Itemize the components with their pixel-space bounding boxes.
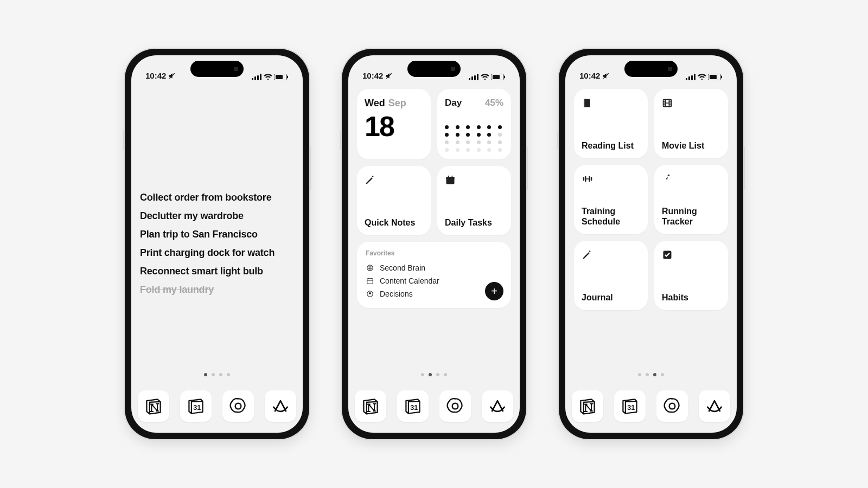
app-notion[interactable] bbox=[572, 390, 603, 422]
task-item[interactable]: Print charging dock for watch bbox=[140, 247, 294, 259]
svg-rect-39 bbox=[585, 176, 586, 182]
home-screen-2: 10:42 WedSep 18 Day bbox=[348, 55, 520, 433]
calendar-dow: Wed bbox=[365, 98, 385, 109]
wifi-icon bbox=[698, 74, 706, 80]
home-screen-3: 10:42 Reading List Movie List bbox=[565, 55, 737, 433]
wifi-icon bbox=[264, 74, 272, 80]
page-indicator[interactable] bbox=[348, 373, 520, 376]
svg-rect-34 bbox=[721, 76, 722, 79]
task-list-widget[interactable]: Collect order from bookstore Declutter m… bbox=[140, 192, 294, 296]
svg-rect-13 bbox=[474, 75, 476, 80]
phone-mockup-3: 10:42 Reading List Movie List bbox=[559, 49, 743, 439]
home-screen-1: 10:42 Collect order from bookstore Declu… bbox=[131, 55, 303, 433]
favorite-item[interactable]: Content Calendar bbox=[366, 274, 502, 287]
journal-widget[interactable]: Journal bbox=[574, 241, 648, 310]
app-openai[interactable] bbox=[656, 390, 688, 422]
mute-icon bbox=[168, 72, 176, 80]
brain-icon bbox=[366, 264, 374, 272]
svg-text:31: 31 bbox=[410, 404, 418, 412]
training-widget[interactable]: Training Schedule bbox=[574, 165, 648, 234]
signal-icon bbox=[469, 74, 478, 80]
svg-rect-12 bbox=[471, 76, 473, 80]
favorite-item[interactable]: Decisions bbox=[366, 287, 502, 300]
widget-label: Running Tracker bbox=[662, 207, 720, 227]
app-calendar[interactable]: 31 bbox=[397, 390, 429, 422]
app-calendar[interactable]: 31 bbox=[180, 390, 212, 422]
habits-widget[interactable]: Habits bbox=[654, 241, 728, 310]
runner-icon bbox=[662, 174, 720, 188]
svg-rect-11 bbox=[469, 78, 470, 80]
svg-rect-31 bbox=[694, 74, 695, 80]
app-openai[interactable] bbox=[439, 390, 471, 422]
day-progress-widget[interactable]: Day 45% bbox=[437, 89, 511, 159]
battery-icon bbox=[709, 74, 723, 80]
dock: 31 bbox=[348, 390, 520, 422]
svg-rect-23 bbox=[367, 279, 373, 284]
quick-notes-widget[interactable]: Quick Notes bbox=[357, 166, 431, 235]
svg-point-42 bbox=[668, 175, 669, 176]
favorite-item[interactable]: Second Brain bbox=[366, 261, 502, 274]
running-widget[interactable]: Running Tracker bbox=[654, 165, 728, 234]
app-notion[interactable] bbox=[355, 390, 386, 422]
movie-list-widget[interactable]: Movie List bbox=[654, 89, 728, 158]
favorite-label: Decisions bbox=[380, 290, 413, 298]
task-item[interactable]: Declutter my wardrobe bbox=[140, 210, 294, 222]
day-dot-grid bbox=[445, 125, 503, 152]
calendar-widget[interactable]: WedSep 18 bbox=[357, 89, 431, 159]
svg-rect-7 bbox=[287, 76, 288, 79]
add-button[interactable]: + bbox=[485, 282, 503, 300]
app-arc[interactable] bbox=[482, 390, 513, 422]
svg-rect-33 bbox=[710, 75, 717, 79]
pencil-icon bbox=[365, 175, 423, 189]
widget-label: Journal bbox=[582, 293, 640, 303]
app-openai[interactable] bbox=[222, 390, 254, 422]
calendar-month: Sep bbox=[388, 98, 406, 109]
widget-label: Habits bbox=[662, 293, 720, 303]
app-arc[interactable] bbox=[699, 390, 730, 422]
status-time: 10:42 bbox=[579, 71, 600, 80]
task-item[interactable]: Plan trip to San Francisco bbox=[140, 229, 294, 240]
nav-icon bbox=[366, 290, 374, 298]
status-time: 10:42 bbox=[362, 71, 383, 80]
daily-tasks-widget[interactable]: Daily Tasks bbox=[437, 166, 511, 235]
dynamic-island bbox=[190, 61, 244, 77]
svg-rect-20 bbox=[448, 176, 449, 178]
dynamic-island bbox=[407, 61, 461, 77]
svg-rect-41 bbox=[586, 178, 589, 179]
app-arc[interactable] bbox=[265, 390, 296, 422]
pencil-icon bbox=[582, 249, 640, 264]
widget-label: Movie List bbox=[662, 141, 720, 151]
battery-icon bbox=[492, 74, 506, 80]
page-indicator[interactable] bbox=[565, 373, 737, 376]
schedule-icon bbox=[366, 277, 374, 285]
widget-label: Training Schedule bbox=[582, 207, 640, 227]
favorite-label: Content Calendar bbox=[380, 277, 439, 285]
app-notion[interactable] bbox=[138, 390, 169, 422]
status-time: 10:42 bbox=[145, 71, 166, 80]
signal-icon bbox=[252, 74, 261, 80]
task-item[interactable]: Collect order from bookstore bbox=[140, 192, 294, 203]
mute-icon bbox=[602, 72, 610, 80]
svg-rect-6 bbox=[276, 75, 283, 79]
svg-rect-16 bbox=[493, 75, 500, 79]
svg-rect-30 bbox=[691, 75, 693, 80]
reading-list-widget[interactable]: Reading List bbox=[574, 89, 648, 158]
mute-icon bbox=[385, 72, 393, 80]
svg-rect-38 bbox=[591, 177, 592, 181]
svg-rect-37 bbox=[583, 177, 585, 181]
svg-rect-21 bbox=[452, 176, 453, 178]
task-item-done[interactable]: Fold my laundry bbox=[140, 284, 294, 296]
battery-icon bbox=[275, 74, 289, 80]
favorites-widget[interactable]: Favorites Second Brain Content Calendar … bbox=[357, 242, 511, 308]
widget-label: Reading List bbox=[582, 141, 640, 151]
app-calendar[interactable]: 31 bbox=[614, 390, 646, 422]
svg-point-26 bbox=[452, 403, 458, 409]
svg-text:31: 31 bbox=[627, 404, 635, 412]
svg-rect-29 bbox=[688, 76, 690, 80]
favorite-label: Second Brain bbox=[380, 264, 425, 272]
dynamic-island bbox=[624, 61, 678, 77]
task-item[interactable]: Reconnect smart light bulb bbox=[140, 266, 294, 277]
svg-point-9 bbox=[235, 403, 241, 409]
page-indicator[interactable] bbox=[131, 373, 303, 376]
svg-text:31: 31 bbox=[193, 404, 201, 412]
